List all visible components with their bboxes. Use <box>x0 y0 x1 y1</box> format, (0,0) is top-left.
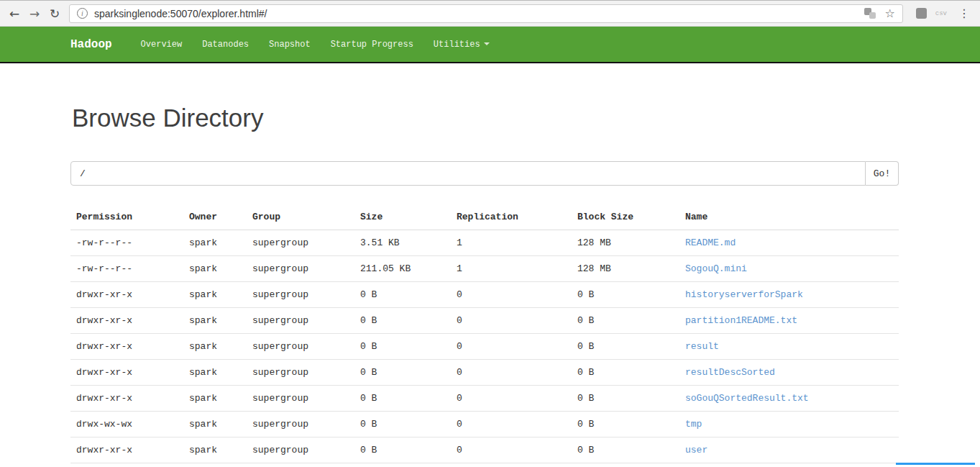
cell-owner: spark <box>183 437 247 463</box>
path-input[interactable] <box>70 161 866 186</box>
table-row: drwxr-xr-xsparksupergroup0 B00 Buser <box>70 437 899 463</box>
table-row: drwxr-xr-xsparksupergroup0 B00 BsoGouQSo… <box>70 386 899 412</box>
cell-replication: 0 <box>451 282 572 308</box>
cell-block-size: 128 MB <box>572 230 679 256</box>
navbar-inner: Hadoop Overview Datanodes Snapshot Start… <box>70 38 899 51</box>
file-table: Permission Owner Group Size Replication … <box>70 204 899 463</box>
cell-replication: 0 <box>451 412 572 437</box>
nav-item-startup-progress[interactable]: Startup Progress <box>321 40 423 50</box>
cell-permission: drwxr-xr-x <box>70 334 183 360</box>
cell-group: supergroup <box>247 256 354 282</box>
cell-replication: 0 <box>451 308 572 334</box>
forward-icon[interactable]: → <box>24 4 45 24</box>
col-header-replication: Replication <box>451 204 572 230</box>
col-header-block-size: Block Size <box>572 204 679 230</box>
col-header-group: Group <box>247 204 354 230</box>
file-table-body: -rw-r--r--sparksupergroup3.51 KB1128 MBR… <box>70 230 899 463</box>
site-info-icon[interactable]: i <box>77 8 88 19</box>
file-link[interactable]: SogouQ.mini <box>685 263 747 274</box>
cell-size: 0 B <box>354 360 451 386</box>
bottom-accent-line <box>896 463 975 465</box>
cell-block-size: 0 B <box>572 386 679 412</box>
table-row: drwxr-xr-xsparksupergroup0 B00 Bpartitio… <box>70 308 899 334</box>
file-link[interactable]: README.md <box>685 237 736 248</box>
cell-group: supergroup <box>247 360 354 386</box>
cell-size: 0 B <box>354 386 451 412</box>
cell-group: supergroup <box>247 437 354 463</box>
col-header-owner: Owner <box>183 204 247 230</box>
cell-group: supergroup <box>247 282 354 308</box>
brand-hadoop[interactable]: Hadoop <box>70 38 112 51</box>
url-text[interactable]: sparksinglenode:50070/explorer.html#/ <box>94 8 856 19</box>
cell-permission: drwxr-xr-x <box>70 360 183 386</box>
file-link[interactable]: user <box>685 445 707 455</box>
cell-block-size: 128 MB <box>572 256 679 282</box>
cell-replication: 0 <box>451 334 572 360</box>
cell-owner: spark <box>183 230 247 256</box>
file-link[interactable]: result <box>685 341 719 352</box>
cell-owner: spark <box>183 282 247 308</box>
cell-owner: spark <box>183 334 247 360</box>
table-row: -rw-r--r--sparksupergroup211.05 KB1128 M… <box>70 256 899 282</box>
cell-replication: 0 <box>451 437 572 463</box>
cell-block-size: 0 B <box>572 437 679 463</box>
nav-item-overview[interactable]: Overview <box>131 40 193 50</box>
table-row: drwx-wx-wxsparksupergroup0 B00 Btmp <box>70 412 899 437</box>
cell-size: 0 B <box>354 437 451 463</box>
cell-name: resultDescSorted <box>679 360 899 386</box>
cell-size: 3.51 KB <box>354 230 451 256</box>
path-input-group: Go! <box>70 161 899 186</box>
translate-icon-shape <box>869 12 876 19</box>
cell-permission: drwx-wx-wx <box>70 412 183 437</box>
cell-replication: 1 <box>451 256 572 282</box>
nav-item-utilities[interactable]: Utilities <box>423 40 500 50</box>
file-link[interactable]: tmp <box>685 419 702 430</box>
extension-csv-icon[interactable]: csv <box>935 10 947 17</box>
cell-block-size: 0 B <box>572 412 679 437</box>
table-row: drwxr-xr-xsparksupergroup0 B00 BresultDe… <box>70 360 899 386</box>
table-row: -rw-r--r--sparksupergroup3.51 KB1128 MBR… <box>70 230 899 256</box>
cell-permission: -rw-r--r-- <box>70 230 183 256</box>
cell-size: 0 B <box>354 308 451 334</box>
bookmark-star-icon[interactable]: ☆ <box>884 8 894 19</box>
refresh-icon[interactable]: ↻ <box>45 4 65 24</box>
cell-permission: -rw-r--r-- <box>70 256 183 282</box>
cell-name: SogouQ.mini <box>679 256 899 282</box>
file-link[interactable]: historyserverforSpark <box>685 289 803 300</box>
browser-menu-icon[interactable]: ⋮ <box>953 8 976 19</box>
cell-owner: spark <box>183 256 247 282</box>
cell-permission: drwxr-xr-x <box>70 282 183 308</box>
cell-owner: spark <box>183 386 247 412</box>
cell-permission: drwxr-xr-x <box>70 308 183 334</box>
nav-item-datanodes[interactable]: Datanodes <box>192 40 259 50</box>
cell-name: partition1README.txt <box>679 308 899 334</box>
extension-icon[interactable] <box>916 8 927 19</box>
nav-item-snapshot[interactable]: Snapshot <box>259 40 321 50</box>
cell-group: supergroup <box>247 308 354 334</box>
cell-block-size: 0 B <box>572 282 679 308</box>
cell-name: README.md <box>679 230 899 256</box>
translate-icon[interactable] <box>864 8 876 19</box>
extensions-area: csv <box>916 8 947 19</box>
cell-replication: 0 <box>451 360 572 386</box>
cell-permission: drwxr-xr-x <box>70 386 183 412</box>
cell-owner: spark <box>183 412 247 437</box>
cell-size: 0 B <box>354 412 451 437</box>
file-link[interactable]: resultDescSorted <box>685 367 775 378</box>
back-icon[interactable]: ← <box>4 4 24 24</box>
cell-name: historyserverforSpark <box>679 282 899 308</box>
cell-owner: spark <box>183 308 247 334</box>
cell-replication: 0 <box>451 386 572 412</box>
cell-name: result <box>679 334 899 360</box>
cell-size: 0 B <box>354 334 451 360</box>
cell-group: supergroup <box>247 412 354 437</box>
cell-name: soGouQSortedResult.txt <box>679 386 899 412</box>
url-bar[interactable]: i sparksinglenode:50070/explorer.html#/ … <box>69 4 903 23</box>
file-link[interactable]: partition1README.txt <box>685 315 797 326</box>
go-button[interactable]: Go! <box>866 161 899 186</box>
cell-group: supergroup <box>247 334 354 360</box>
nav-item-utilities-label: Utilities <box>434 40 480 50</box>
cell-size: 0 B <box>354 282 451 308</box>
file-link[interactable]: soGouQSortedResult.txt <box>685 393 809 404</box>
cell-block-size: 0 B <box>572 360 679 386</box>
